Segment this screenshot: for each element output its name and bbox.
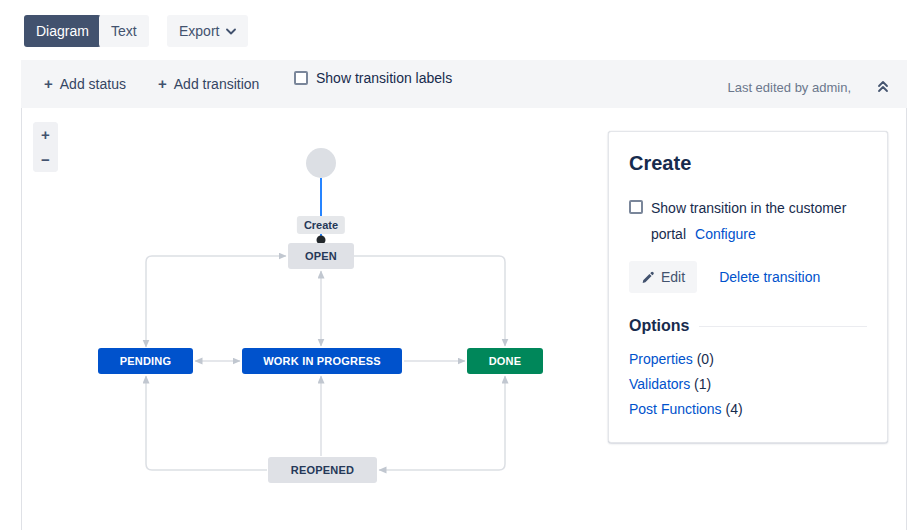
validators-count: (1): [694, 376, 711, 392]
list-item: Post Functions (4): [629, 397, 867, 422]
workflow-editor: Diagram Text Export + Add status + Add t…: [0, 0, 924, 530]
transition-label-create[interactable]: Create: [297, 216, 345, 234]
status-node-reopened[interactable]: REOPENED: [268, 457, 377, 483]
options-title: Options: [629, 317, 689, 335]
post-functions-count: (4): [726, 401, 743, 417]
transition-edge-reopened-pending[interactable]: [146, 376, 267, 470]
tab-diagram[interactable]: Diagram: [24, 15, 101, 47]
options-list: Properties (0) Validators (1) Post Funct…: [629, 347, 867, 422]
show-transition-labels-group: Show transition labels: [294, 70, 452, 86]
add-transition-button[interactable]: + Add transition: [158, 75, 259, 92]
options-header: Options: [629, 317, 867, 335]
status-node-open[interactable]: OPEN: [288, 243, 354, 269]
export-button[interactable]: Export: [167, 15, 248, 47]
zoom-out-button[interactable]: −: [33, 147, 58, 172]
transition-edge-done-reopened[interactable]: [379, 376, 505, 470]
add-status-label: Add status: [60, 76, 126, 92]
properties-count: (0): [697, 351, 714, 367]
plus-icon: +: [44, 75, 53, 92]
tab-text[interactable]: Text: [99, 15, 149, 47]
status-node-done[interactable]: DONE: [467, 348, 543, 374]
list-item: Properties (0): [629, 347, 867, 372]
transition-edge-open-pending[interactable]: [146, 256, 286, 347]
plus-icon: +: [158, 75, 167, 92]
status-node-work-in-progress[interactable]: WORK IN PROGRESS: [242, 348, 402, 374]
export-button-label: Export: [179, 15, 219, 47]
add-transition-label: Add transition: [174, 76, 260, 92]
initial-node[interactable]: [306, 148, 336, 178]
show-transition-labels-label: Show transition labels: [316, 70, 452, 86]
properties-link[interactable]: Properties: [629, 351, 693, 367]
transition-properties-panel: Create Show transition in the customer p…: [608, 131, 888, 443]
chevron-double-up-icon: [877, 80, 889, 93]
last-edited-text: Last edited by admin,: [727, 80, 851, 95]
pencil-icon: [641, 271, 654, 284]
portal-checkbox-row: Show transition in the customer portalCo…: [629, 195, 867, 247]
chevron-down-icon: [226, 28, 236, 35]
add-status-button[interactable]: + Add status: [44, 75, 126, 92]
transition-edge-open-done[interactable]: [354, 256, 505, 346]
validators-link[interactable]: Validators: [629, 376, 690, 392]
post-functions-link[interactable]: Post Functions: [629, 401, 722, 417]
collapse-toolbar-button[interactable]: [875, 78, 891, 94]
options-divider: [699, 326, 867, 327]
portal-checkbox[interactable]: [629, 200, 643, 214]
edit-button[interactable]: Edit: [629, 261, 697, 293]
show-transition-labels-checkbox[interactable]: [294, 71, 308, 85]
zoom-control: + −: [33, 122, 58, 172]
view-switcher: Diagram Text Export: [0, 0, 924, 60]
configure-link[interactable]: Configure: [695, 226, 756, 242]
list-item: Validators (1): [629, 372, 867, 397]
diagram-toolbar: + Add status + Add transition Show trans…: [21, 60, 907, 108]
edit-button-label: Edit: [661, 269, 685, 285]
panel-actions: Edit Delete transition: [629, 261, 867, 293]
delete-transition-link[interactable]: Delete transition: [719, 269, 820, 285]
status-node-pending[interactable]: PENDING: [98, 348, 193, 374]
zoom-in-button[interactable]: +: [33, 122, 58, 147]
panel-title: Create: [629, 152, 867, 175]
